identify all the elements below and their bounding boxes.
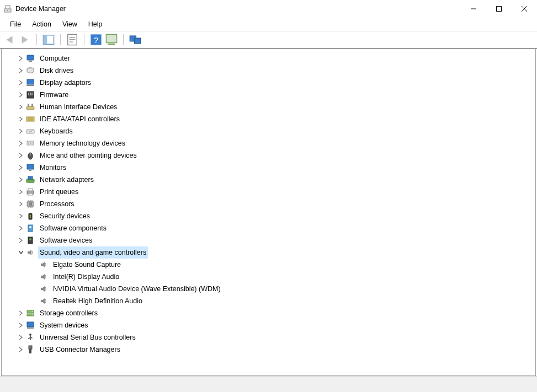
- sound-icon: [39, 284, 48, 293]
- remote-connect-button[interactable]: [129, 34, 141, 46]
- tree-node[interactable]: Firmware: [2, 89, 535, 101]
- device-tree[interactable]: ComputerDisk drivesDisplay adaptorsFirmw…: [2, 49, 535, 375]
- chevron-right-icon[interactable]: [17, 334, 25, 341]
- security-icon: [26, 212, 35, 221]
- chevron-right-icon[interactable]: [17, 224, 25, 232]
- tree-node[interactable]: System devices: [2, 319, 535, 331]
- chevron-right-icon[interactable]: [17, 103, 25, 111]
- tree-node[interactable]: Mice and other pointing devices: [2, 149, 535, 162]
- tree-node-label: Disk drives: [38, 65, 75, 77]
- tree-node[interactable]: USB Connector Managers: [2, 343, 535, 356]
- nav-forward-button[interactable]: [19, 34, 31, 46]
- menubar: File Action View Help: [0, 18, 537, 31]
- close-button[interactable]: [512, 0, 537, 18]
- tree-node-label: Security devices: [38, 210, 92, 222]
- chevron-right-icon[interactable]: [17, 79, 25, 87]
- sound-icon: [39, 297, 48, 305]
- chevron-right-icon[interactable]: [17, 164, 25, 171]
- show-hide-tree-button[interactable]: [42, 34, 55, 46]
- menu-action[interactable]: Action: [26, 19, 57, 29]
- nav-back-button[interactable]: [3, 34, 15, 46]
- tree-node-label: IDE ATA/ATAPI controllers: [38, 113, 121, 125]
- tree-node[interactable]: Intel(R) Display Audio: [2, 271, 535, 283]
- toolbar-separator: [60, 34, 61, 45]
- tree-node[interactable]: NVIDIA Virtual Audio Device (Wave Extens…: [2, 283, 535, 295]
- chevron-right-icon[interactable]: [17, 200, 25, 208]
- tree-node[interactable]: Software devices: [2, 234, 535, 246]
- tree-node-label: Memory technology devices: [38, 137, 127, 149]
- tree-node[interactable]: Elgato Sound Capture: [2, 259, 535, 271]
- tree-node[interactable]: IDE ATA/ATAPI controllers: [2, 113, 535, 125]
- chevron-right-icon[interactable]: [17, 346, 25, 353]
- tree-node[interactable]: Network adapters: [2, 174, 535, 186]
- firmware-icon: [26, 90, 35, 99]
- tree-node-label: Human Interface Devices: [38, 101, 119, 113]
- tree-node-label: Monitors: [38, 162, 68, 174]
- chevron-down-icon[interactable]: [17, 249, 25, 256]
- tree-node-label: Realtek High Definition Audio: [51, 295, 144, 307]
- cpu-icon: [26, 200, 35, 208]
- properties-button[interactable]: [66, 34, 78, 46]
- sound-icon: [39, 260, 48, 269]
- chevron-right-icon[interactable]: [17, 67, 25, 74]
- tree-node[interactable]: Keyboards: [2, 125, 535, 137]
- chevron-right-icon[interactable]: [17, 91, 25, 99]
- chevron-right-icon[interactable]: [17, 212, 25, 220]
- chevron-placeholder: [30, 273, 38, 281]
- chevron-right-icon[interactable]: [17, 152, 25, 159]
- tree-node[interactable]: Storage controllers: [2, 307, 535, 319]
- menu-view[interactable]: View: [57, 19, 83, 29]
- tree-node[interactable]: Monitors: [2, 162, 535, 174]
- chevron-right-icon[interactable]: [17, 115, 25, 123]
- tree-node-label: Print queues: [38, 186, 80, 198]
- chevron-right-icon[interactable]: [17, 127, 25, 135]
- toolbar: [0, 31, 537, 49]
- chevron-right-icon[interactable]: [17, 55, 25, 62]
- toolbar-separator: [123, 34, 124, 45]
- tree-node[interactable]: Sound, video and game controllers: [2, 246, 535, 259]
- help-button[interactable]: [90, 34, 102, 46]
- toolbar-separator: [84, 34, 84, 45]
- chevron-right-icon[interactable]: [17, 188, 25, 196]
- tree-node[interactable]: Universal Serial Bus controllers: [2, 331, 535, 343]
- tree-node-label: Display adaptors: [38, 77, 93, 89]
- tree-node-label: Software devices: [38, 234, 94, 246]
- tree-node-label: Sound, video and game controllers: [38, 246, 148, 259]
- menu-help[interactable]: Help: [83, 19, 108, 29]
- tree-node-label: Firmware: [38, 89, 70, 101]
- tree-node[interactable]: Processors: [2, 198, 535, 210]
- device-manager-window: Device Manager File Action View Help Com…: [0, 0, 537, 392]
- tree-node-label: Mice and other pointing devices: [38, 149, 139, 162]
- app-icon: [3, 4, 12, 13]
- tree-node[interactable]: Software components: [2, 222, 535, 234]
- monitor-icon: [26, 163, 35, 172]
- tree-node-label: Storage controllers: [38, 307, 99, 319]
- menu-file[interactable]: File: [4, 19, 26, 29]
- maximize-button[interactable]: [486, 0, 512, 18]
- sound-icon: [26, 248, 35, 257]
- scan-hardware-button[interactable]: [105, 34, 118, 46]
- tree-node[interactable]: Realtek High Definition Audio: [2, 295, 535, 307]
- chevron-right-icon[interactable]: [17, 139, 25, 147]
- tree-node-label: Computer: [38, 52, 72, 65]
- tree-node-label: Elgato Sound Capture: [51, 259, 123, 271]
- keyboard-icon: [26, 127, 35, 136]
- minimize-button[interactable]: [461, 0, 486, 18]
- chevron-right-icon[interactable]: [17, 237, 25, 244]
- tree-node[interactable]: Disk drives: [2, 65, 535, 77]
- tree-node[interactable]: Print queues: [2, 186, 535, 198]
- chevron-right-icon[interactable]: [17, 321, 25, 329]
- tree-node[interactable]: Security devices: [2, 210, 535, 222]
- chevron-placeholder: [30, 285, 38, 293]
- tree-node[interactable]: Computer: [2, 52, 535, 65]
- system-icon: [26, 321, 35, 330]
- tree-node[interactable]: Display adaptors: [2, 77, 535, 89]
- chevron-right-icon[interactable]: [17, 309, 25, 317]
- tree-node[interactable]: Memory technology devices: [2, 137, 535, 149]
- hid-icon: [26, 103, 35, 111]
- tree-node-label: NVIDIA Virtual Audio Device (Wave Extens…: [51, 283, 222, 295]
- tree-node-label: Network adapters: [38, 174, 95, 186]
- chevron-right-icon[interactable]: [17, 176, 25, 184]
- tree-node[interactable]: Human Interface Devices: [2, 101, 535, 113]
- tree-pane: ComputerDisk drivesDisplay adaptorsFirmw…: [1, 49, 536, 376]
